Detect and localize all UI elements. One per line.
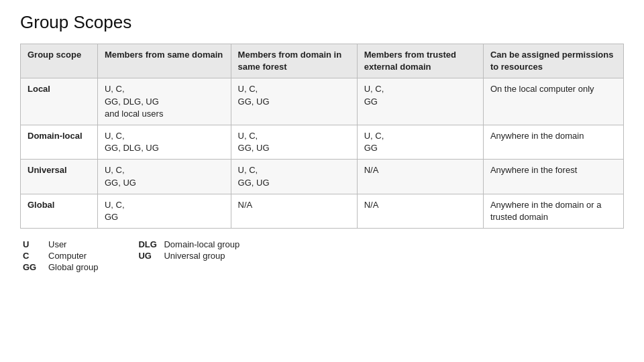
legend-key: U <box>23 239 43 249</box>
legend-value: User <box>48 239 66 249</box>
legend-row: UUser <box>23 239 98 249</box>
cell-scope: Domain-local <box>21 125 98 159</box>
cell-permissions: Anywhere in the domain or a trusted doma… <box>483 194 623 228</box>
legend-left: UUserCComputerGGGlobal group <box>23 239 98 272</box>
legend-right: DLGDomain-local groupUGUniversal group <box>138 239 239 272</box>
header-forest: Members from domain in same forest <box>231 44 357 78</box>
cell-permissions: Anywhere in the forest <box>483 160 623 194</box>
cell-same_domain: U, C, GG, DLG, UG and local users <box>97 78 231 125</box>
page-container: Group Scopes Group scope Members from sa… <box>0 0 644 279</box>
table-row: UniversalU, C, GG, UGU, C, GG, UGN/AAnyw… <box>21 160 624 194</box>
legend-key: C <box>23 251 43 261</box>
legend-key: DLG <box>138 239 158 249</box>
legend-value: Universal group <box>164 251 225 261</box>
legend-value: Global group <box>48 262 98 272</box>
cell-external: N/A <box>357 194 483 228</box>
group-scopes-table: Group scope Members from same domain Mem… <box>20 44 624 229</box>
legend-row: UGUniversal group <box>138 251 239 261</box>
cell-permissions: On the local computer only <box>483 78 623 125</box>
cell-forest: U, C, GG, UG <box>231 125 357 159</box>
header-external: Members from trusted external domain <box>357 44 483 78</box>
cell-external: U, C, GG <box>357 78 483 125</box>
legend-key: UG <box>138 251 158 261</box>
table-row: Domain-localU, C, GG, DLG, UGU, C, GG, U… <box>21 125 624 159</box>
legend-row: DLGDomain-local group <box>138 239 239 249</box>
cell-external: U, C, GG <box>357 125 483 159</box>
cell-external: N/A <box>357 160 483 194</box>
legend-row: GGGlobal group <box>23 262 98 272</box>
cell-forest: N/A <box>231 194 357 228</box>
table-row: GlobalU, C, GGN/AN/AAnywhere in the doma… <box>21 194 624 228</box>
cell-scope: Universal <box>21 160 98 194</box>
page-title: Group Scopes <box>20 12 624 33</box>
cell-scope: Local <box>21 78 98 125</box>
header-same-domain: Members from same domain <box>97 44 231 78</box>
legend: UUserCComputerGGGlobal group DLGDomain-l… <box>20 239 624 272</box>
legend-key: GG <box>23 262 43 272</box>
legend-row: CComputer <box>23 251 98 261</box>
cell-scope: Global <box>21 194 98 228</box>
cell-same_domain: U, C, GG, DLG, UG <box>97 125 231 159</box>
cell-forest: U, C, GG, UG <box>231 78 357 125</box>
header-permissions: Can be assigned permissions to resources <box>483 44 623 78</box>
cell-same_domain: U, C, GG <box>97 194 231 228</box>
legend-value: Computer <box>48 251 87 261</box>
header-scope: Group scope <box>21 44 98 78</box>
cell-same_domain: U, C, GG, UG <box>97 160 231 194</box>
table-row: LocalU, C, GG, DLG, UG and local usersU,… <box>21 78 624 125</box>
cell-forest: U, C, GG, UG <box>231 160 357 194</box>
legend-value: Domain-local group <box>164 239 239 249</box>
cell-permissions: Anywhere in the domain <box>483 125 623 159</box>
